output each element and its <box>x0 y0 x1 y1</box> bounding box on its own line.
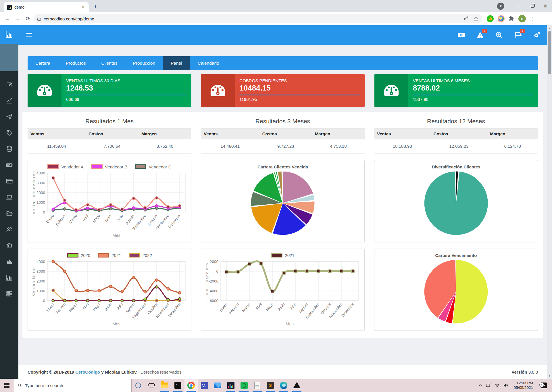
extension-globe-icon[interactable] <box>498 15 505 22</box>
table-cell: 18,183.93 <box>374 139 431 154</box>
paper-plane-icon <box>6 113 13 120</box>
sidebar-item-paper-plane[interactable] <box>6 113 13 120</box>
forward-button[interactable]: → <box>13 14 22 23</box>
tab-panel[interactable]: Panel <box>163 56 190 70</box>
task-view-button[interactable] <box>145 379 158 392</box>
cortana-button[interactable] <box>132 379 145 392</box>
scroll-up-icon[interactable]: ▲ <box>548 25 551 31</box>
stat-label: COBROS PENDIENTES <box>239 78 360 83</box>
sidebar-item-line-chart[interactable] <box>6 97 13 104</box>
minimize-button[interactable] <box>512 0 526 12</box>
sidebar-item-folder-open[interactable] <box>6 210 13 217</box>
dashboard-app-icon <box>227 382 234 389</box>
stat-card-body: COBROS PENDIENTES10484.1511961.95 <box>235 74 364 107</box>
taskbar-app-mail[interactable] <box>211 379 224 392</box>
warning-button[interactable]: 0 <box>476 31 484 39</box>
svg-text:Mayo: Mayo <box>265 302 274 312</box>
sidebar-item-server[interactable] <box>6 290 13 297</box>
key-icon[interactable] <box>463 16 469 21</box>
zoom-plus-button[interactable] <box>495 31 503 39</box>
app-logo[interactable] <box>0 25 18 44</box>
browser-update-icon[interactable]: ▼ <box>497 3 504 10</box>
sidebar-item-tag[interactable] <box>6 129 13 137</box>
taskbar-apps: >_VeS <box>158 379 303 392</box>
gears-button[interactable] <box>533 31 541 39</box>
legend-item: 2021 <box>98 253 121 258</box>
sidebar-item-credit-card[interactable] <box>6 178 13 185</box>
sidebar-item-laptop[interactable] <box>6 194 13 201</box>
profile-avatar[interactable]: n <box>518 15 526 22</box>
sidebar-item-database[interactable] <box>6 145 13 153</box>
scrollbar-thumb[interactable] <box>548 31 551 74</box>
cortana-icon <box>135 383 141 388</box>
tablet-icon[interactable] <box>486 383 491 387</box>
gauge-icon <box>28 74 61 107</box>
start-button[interactable] <box>0 379 14 392</box>
stat-card-body: VENTAS ULTIMOS 30 DIAS1246.53666.69 <box>61 74 191 107</box>
file-explorer-icon <box>161 383 168 388</box>
tab-close-icon[interactable]: ✕ <box>81 5 86 10</box>
svg-text:Octubre: Octubre <box>147 214 158 226</box>
tray-expand-icon[interactable] <box>478 384 482 387</box>
sidebar-item-edit[interactable] <box>6 81 13 88</box>
svg-text:2000: 2000 <box>210 260 218 264</box>
reload-button[interactable]: ⟳ <box>24 14 32 23</box>
legend-label: 2020 <box>81 253 90 258</box>
laptop-icon <box>6 194 13 201</box>
taskbar-app-terminal[interactable]: >_ <box>171 379 184 392</box>
browser-tab[interactable]: demo ✕ <box>4 2 89 12</box>
tab-clientes[interactable]: Clientes <box>93 56 125 70</box>
svg-text:Flujo Financiero: Flujo Financiero <box>205 263 209 299</box>
browser-menu-icon[interactable]: ⋮ <box>530 16 534 22</box>
svg-text:Junio: Junio <box>103 214 112 223</box>
url-text[interactable]: cerocodigo.com/esp/demo <box>44 16 94 21</box>
sidebar-item-area-chart[interactable] <box>6 258 13 265</box>
svg-text:Mes: Mes <box>286 322 293 326</box>
results-table-body: 11,459.047,706.643,752.40 <box>28 139 191 154</box>
taskbar-app-sublime[interactable]: S <box>264 379 277 392</box>
sidebar-item-users[interactable] <box>6 226 13 233</box>
taskbar-app-file-explorer[interactable] <box>158 379 171 392</box>
taskbar-search[interactable]: Type here to search <box>14 379 132 392</box>
page-scrollbar[interactable]: ▲ ▼ <box>547 25 552 379</box>
taskbar-app-inkscape[interactable] <box>290 379 303 392</box>
address-bar[interactable]: cerocodigo.com/esp/demo <box>34 14 482 23</box>
tab-productos[interactable]: Productos <box>58 56 94 70</box>
taskbar-clock[interactable]: 12:03 PM 05/05/2021 <box>512 381 535 390</box>
table-header-cell: Costos <box>431 128 487 139</box>
scroll-down-icon[interactable]: ▼ <box>548 373 551 379</box>
tab-cartera[interactable]: Cartera <box>28 56 58 70</box>
taskbar-app-spotify[interactable] <box>237 379 251 392</box>
taskbar-app-chrome[interactable] <box>184 379 198 392</box>
sidebar-item-bar-chart[interactable] <box>6 274 13 281</box>
taskbar-app-ve-app[interactable]: Ve <box>198 379 211 392</box>
brand-link[interactable]: CeroCodigo <box>75 370 100 374</box>
restore-button[interactable] <box>526 0 539 12</box>
new-tab-button[interactable]: + <box>91 3 100 11</box>
stat-card: VENTAS ULTIMOS 6 MESES8788.021537.90 <box>374 74 538 107</box>
money-button[interactable]: 0 <box>457 31 465 39</box>
tab-calendario[interactable]: Calendario <box>190 56 227 70</box>
bookmark-star-icon[interactable] <box>473 16 479 22</box>
tab-produccion[interactable]: Produccion <box>125 56 163 70</box>
sidebar-item-money-bill[interactable] <box>6 162 13 169</box>
taskbar-app-notepad[interactable] <box>251 379 264 392</box>
svg-text:Enero: Enero <box>219 302 228 312</box>
extensions-puzzle-icon[interactable] <box>509 16 514 22</box>
speaker-icon[interactable] <box>503 383 508 387</box>
results-title: Resultados 3 Meses <box>201 113 365 128</box>
screen: demo ✕ + ▼ ✕ ← → ⟳ cerocodigo.com/esp/de… <box>0 0 552 392</box>
results-table-head: VentasCostosMargen <box>374 128 538 139</box>
hamburger-menu-icon[interactable] <box>26 33 32 37</box>
extension-thumb-icon[interactable] <box>487 15 494 22</box>
spotify-icon <box>241 382 248 389</box>
page: 000 CarteraProductosClientesProduccionPa… <box>0 25 552 379</box>
flag-button[interactable]: 0 <box>514 31 522 39</box>
back-button[interactable]: ← <box>3 14 11 23</box>
taskbar-app-edge[interactable] <box>277 379 290 392</box>
wifi-icon[interactable] <box>495 383 500 387</box>
sidebar-item-bank[interactable] <box>6 242 13 249</box>
action-center-button[interactable]: 4 <box>538 383 550 388</box>
close-button[interactable]: ✕ <box>539 0 552 12</box>
taskbar-app-dashboard-app[interactable] <box>224 379 237 392</box>
